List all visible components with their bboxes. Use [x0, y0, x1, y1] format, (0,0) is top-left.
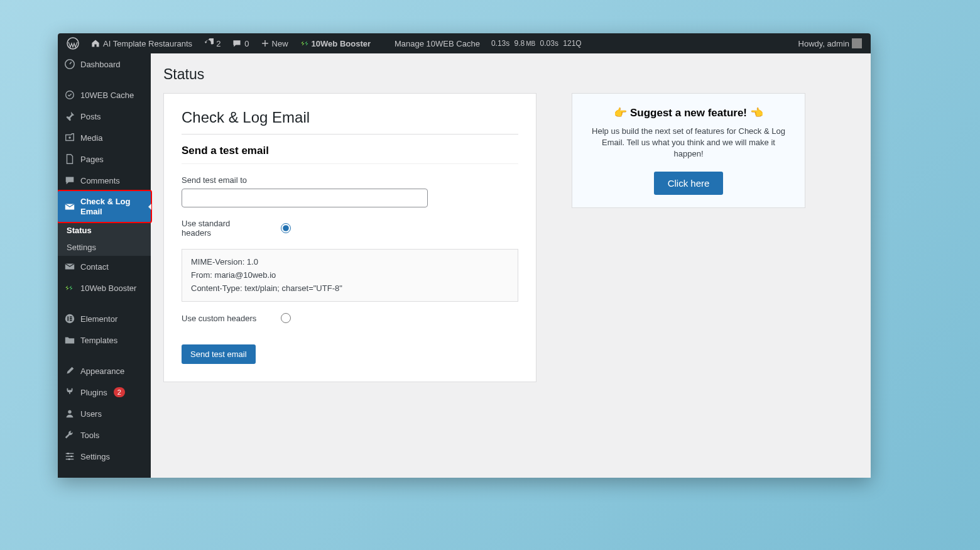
feature-button[interactable]: Click here	[654, 172, 724, 195]
menu-dashboard[interactable]: Dashboard	[58, 53, 151, 75]
home-icon	[90, 38, 101, 48]
menu-tools[interactable]: Tools	[58, 424, 151, 446]
howdy-text: Howdy, admin	[798, 39, 849, 48]
menu-appearance[interactable]: Appearance	[58, 360, 151, 382]
mail-icon	[64, 201, 75, 212]
updates-count: 2	[216, 39, 220, 48]
submenu-settings[interactable]: Settings	[58, 239, 151, 256]
booster-topbar-link[interactable]: 10Web Booster	[296, 33, 374, 53]
menu-templates[interactable]: Templates	[58, 329, 151, 351]
page-title: Status	[163, 66, 858, 83]
svg-rect-9	[70, 318, 72, 319]
site-name-link[interactable]: AI Template Restaurants	[87, 33, 196, 53]
elementor-icon	[64, 313, 75, 324]
menu-10web-cache[interactable]: 10WEB Cache	[58, 84, 151, 106]
new-label: New	[272, 39, 288, 48]
envelope-icon	[64, 261, 75, 272]
wp-logo[interactable]	[63, 33, 83, 53]
main-panel: Check & Log Email Send a test email Send…	[163, 93, 536, 382]
svg-rect-10	[70, 320, 72, 321]
comments-count: 0	[244, 39, 249, 48]
svg-point-11	[68, 410, 71, 414]
custom-headers-label: Use custom headers	[182, 314, 257, 323]
send-test-button[interactable]: Send test email	[182, 344, 256, 364]
plugins-badge: 2	[114, 387, 125, 397]
send-to-label: Send test email to	[182, 175, 518, 185]
feature-title: 👉 Suggest a new feature! 👈	[586, 106, 791, 119]
content-area: Status Check & Log Email Send a test ema…	[151, 53, 871, 478]
booster-label: 10Web Booster	[312, 39, 371, 48]
svg-point-12	[67, 453, 69, 454]
wordpress-icon	[67, 37, 79, 50]
site-name: AI Template Restaurants	[103, 39, 192, 48]
pin-icon	[64, 111, 75, 122]
std-headers-label: Use standard headers	[182, 219, 257, 238]
sliders-icon	[64, 451, 75, 462]
wrench-icon	[64, 429, 75, 441]
menu-plugins[interactable]: Plugins 2	[58, 382, 151, 403]
perf-metrics: 0.13s 9.8MB 0.03s 121Q	[487, 33, 585, 53]
svg-point-14	[68, 458, 70, 460]
folder-icon	[64, 334, 75, 346]
wp-admin-window: AI Template Restaurants 2 0 New 10Web Bo…	[58, 33, 871, 478]
media-icon	[64, 132, 75, 143]
user-icon	[64, 408, 75, 419]
svg-rect-7	[67, 317, 68, 321]
menu-media[interactable]: Media	[58, 127, 151, 148]
account-link[interactable]: Howdy, admin	[795, 33, 866, 53]
cache-link[interactable]: Manage 10WEB Cache	[391, 33, 484, 53]
svg-rect-8	[70, 317, 72, 318]
brush-icon	[64, 365, 75, 377]
panel-title: Check & Log Email	[182, 109, 518, 126]
page-icon	[64, 153, 75, 165]
submenu-check-log: Status Settings	[58, 222, 151, 256]
comments-link[interactable]: 0	[228, 33, 253, 53]
new-content-link[interactable]: New	[257, 33, 292, 53]
comment-icon	[232, 38, 242, 48]
menu-pages[interactable]: Pages	[58, 148, 151, 170]
updates-link[interactable]: 2	[200, 33, 224, 53]
feature-panel: 👉 Suggest a new feature! 👈 Help us build…	[572, 93, 805, 208]
menu-check-log-email[interactable]: Check & Log Email	[58, 190, 152, 223]
section-title: Send a test email	[182, 145, 518, 157]
menu-elementor[interactable]: Elementor	[58, 308, 151, 329]
menu-contact[interactable]: Contact	[58, 256, 151, 277]
refresh-icon	[204, 38, 214, 48]
custom-headers-radio[interactable]	[281, 313, 291, 323]
svg-point-13	[70, 456, 72, 458]
headers-preview: MIME-Version: 1.0 From: maria@10web.io C…	[182, 249, 518, 302]
submenu-status[interactable]: Status	[58, 222, 151, 239]
comment-icon	[64, 175, 75, 186]
send-to-input[interactable]	[182, 189, 428, 207]
plug-icon	[64, 387, 75, 398]
avatar-icon	[852, 38, 862, 48]
cache-icon	[64, 89, 75, 101]
feature-body: Help us build the next set of features f…	[586, 126, 791, 160]
booster-icon	[64, 282, 75, 294]
menu-settings[interactable]: Settings	[58, 446, 151, 467]
booster-icon	[300, 39, 311, 48]
menu-posts[interactable]: Posts	[58, 106, 151, 127]
svg-point-3	[68, 136, 71, 139]
plus-icon	[261, 39, 270, 48]
menu-10web-booster[interactable]: 10Web Booster	[58, 277, 151, 299]
menu-wp-file-manager[interactable]: WP File Manager	[58, 476, 151, 478]
admin-topbar: AI Template Restaurants 2 0 New 10Web Bo…	[58, 33, 871, 53]
dashboard-icon	[64, 58, 75, 70]
menu-comments[interactable]: Comments	[58, 170, 151, 191]
std-headers-radio[interactable]	[281, 223, 291, 233]
admin-sidebar: Dashboard 10WEB Cache Posts Media Pages	[58, 53, 151, 478]
menu-users[interactable]: Users	[58, 403, 151, 424]
